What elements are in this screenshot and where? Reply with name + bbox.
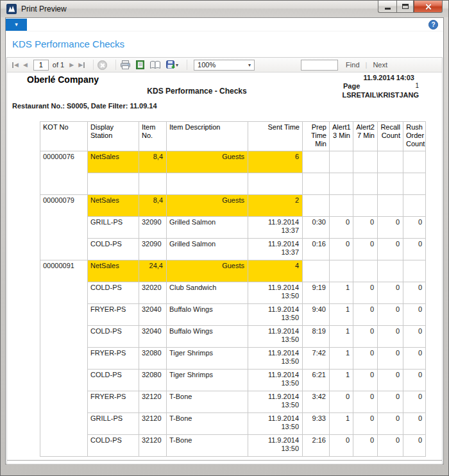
help-icon[interactable]: ? [428, 20, 438, 30]
desc-cell: T-Bone [167, 391, 248, 413]
rush-cell: 0 [403, 348, 426, 370]
app-icon [6, 4, 17, 14]
item-row [40, 173, 426, 195]
page-count-label: of 1 [53, 61, 64, 69]
desc-cell: Buffalo Wings [167, 304, 248, 326]
export-save-icon [165, 60, 176, 70]
kot-no-cell: 00000079 [40, 195, 88, 260]
page-setup-icon [149, 60, 161, 70]
print-layout-button[interactable] [135, 60, 145, 70]
close-button[interactable] [414, 1, 443, 13]
recall-cell: 0 [378, 239, 403, 260]
export-dropdown-caret: ▾ [176, 62, 178, 68]
rush-cell: 0 [403, 304, 426, 326]
company-name: Oberlé Company [27, 74, 99, 85]
last-page-icon [83, 62, 85, 68]
last-page-button[interactable]: ▶ [78, 62, 85, 68]
sent-cell: 11.9.2014 13:50 [248, 348, 303, 370]
group-summary-row: 00000076NetSales8,4Guests6 [40, 151, 426, 173]
desc-cell: Club Sandwich [167, 282, 248, 304]
recall-cell: 0 [378, 217, 403, 239]
station-cell: COLD-PS [88, 282, 139, 304]
column-header: Sent Time [248, 122, 303, 151]
item-row: COLD-PS32080Tiger Shrimps11.9.2014 13:50… [40, 370, 426, 391]
a1-cell [330, 260, 353, 282]
a1-cell [330, 151, 353, 173]
arrow-right-icon: ▶ [78, 62, 83, 68]
desc-cell: T-Bone [167, 413, 248, 435]
current-page-input[interactable] [33, 60, 49, 71]
rush-cell: 0 [403, 391, 426, 413]
zoom-select[interactable]: 100% ▾ [194, 60, 255, 71]
item-no-cell: 32040 [139, 304, 167, 326]
column-header: Alert1 3 Min [330, 122, 353, 151]
sent-cell: 11.9.2014 13:50 [248, 304, 303, 326]
station-cell: FRYER-PS [88, 304, 139, 326]
report-viewer: ◀ ◀ of 1 ▶ ▶ [6, 57, 443, 464]
column-header: Display Station [88, 122, 139, 151]
desc-cell: Guests [167, 195, 248, 217]
a2-cell: 0 [353, 217, 378, 239]
actions-dropdown-button[interactable]: ▾ [6, 19, 27, 31]
rush-cell [403, 260, 426, 282]
find-input[interactable] [301, 60, 338, 71]
a1-cell: 1 [330, 348, 353, 370]
prep-cell: 8:19 [303, 326, 330, 348]
zoom-value: 100% [198, 61, 216, 69]
a2-cell [353, 195, 378, 217]
find-next-link[interactable]: Next [373, 61, 387, 69]
titlebar[interactable]: Print Preview [1, 1, 448, 17]
sent-cell: 11.9.2014 13:50 [248, 413, 303, 435]
recall-cell: 0 [378, 370, 403, 391]
column-header: Rush Order Count [403, 122, 426, 151]
find-link[interactable]: Find [346, 61, 359, 69]
viewer-toolbar: ◀ ◀ of 1 ▶ ▶ [7, 58, 442, 72]
recall-cell: 0 [378, 391, 403, 413]
toolbar-separator [187, 60, 187, 70]
recall-cell [378, 260, 403, 282]
a2-cell: 0 [353, 239, 378, 260]
recall-cell [378, 173, 403, 195]
prep-cell: 9:33 [303, 413, 330, 435]
item-row: COLD-PS32090Grilled Salmon11.9.2014 13:3… [40, 239, 426, 260]
desc-cell: Guests [167, 260, 248, 282]
a1-cell: 0 [330, 391, 353, 413]
item-no-cell: 32040 [139, 326, 167, 348]
column-header: Prep Time Min [303, 122, 330, 151]
item-row: COLD-PS32040Buffalo Wings11.9.2014 13:50… [40, 326, 426, 348]
stop-rendering-button[interactable] [97, 60, 107, 70]
printer-icon [120, 60, 131, 70]
page-setup-button[interactable] [149, 60, 161, 70]
minimize-button[interactable] [378, 1, 396, 13]
item-no-cell [139, 173, 167, 195]
column-header: Item Description [167, 122, 248, 151]
column-header: Item No. [139, 122, 167, 151]
station-cell: COLD-PS [88, 239, 139, 260]
print-preview-window: Print Preview ▾ ? KDS Performance Checks… [0, 0, 449, 476]
a2-cell [353, 260, 378, 282]
item-no-cell: 32090 [139, 239, 167, 260]
first-page-button[interactable]: ◀ [12, 62, 19, 68]
desc-cell: Grilled Salmon [167, 217, 248, 239]
maximize-button[interactable] [396, 1, 414, 13]
prep-cell: 9:40 [303, 304, 330, 326]
sent-cell: 2 [248, 195, 303, 217]
item-no-cell: 32120 [139, 413, 167, 435]
item-row: FRYER-PS32040Buffalo Wings11.9.2014 13:5… [40, 304, 426, 326]
station-cell: GRILL-PS [88, 413, 139, 435]
desc-cell: Guests [167, 151, 248, 173]
window-controls [378, 1, 443, 13]
item-no-cell: 24,4 [139, 260, 167, 282]
page-title: KDS Performance Checks [6, 31, 443, 57]
arrow-left-icon: ◀ [23, 62, 28, 68]
find-next-separator: | [366, 61, 368, 69]
a2-cell: 0 [353, 282, 378, 304]
export-button[interactable]: ▾ [165, 60, 178, 70]
previous-page-button[interactable]: ◀ [23, 62, 28, 68]
next-page-button[interactable]: ▶ [69, 62, 74, 68]
rush-cell [403, 195, 426, 217]
station-cell: NetSales [88, 151, 139, 173]
print-button[interactable] [120, 60, 131, 70]
report-datetime: 11.9.2014 14:03 [363, 74, 414, 81]
group-summary-row: 00000079NetSales8,4Guests2 [40, 195, 426, 217]
